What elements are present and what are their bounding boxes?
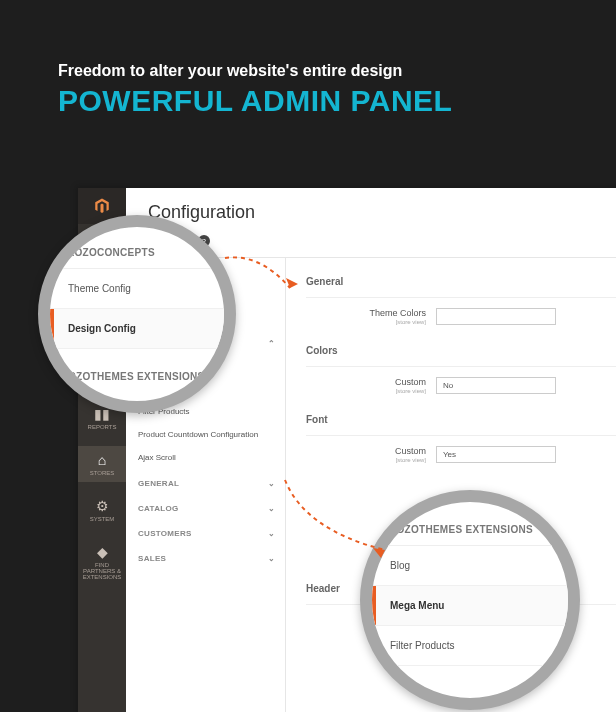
- group-sales[interactable]: SALES⌄: [126, 544, 285, 569]
- mag1-design-config[interactable]: Design Config: [50, 309, 224, 349]
- mag1-head: ZOZOCONCEPTS: [50, 233, 224, 269]
- nav-countdown[interactable]: Product Countdown Configuration: [126, 423, 285, 446]
- label-custom-colors: Custom[store view]: [306, 377, 436, 394]
- label-custom-font: Custom[store view]: [306, 446, 436, 463]
- select-theme-colors[interactable]: [436, 308, 556, 325]
- nav-ajax-scroll[interactable]: Ajax Scroll: [126, 446, 285, 469]
- nav-stores[interactable]: ⌂STORES: [78, 446, 126, 482]
- section-font[interactable]: Font: [306, 404, 616, 436]
- nav-system[interactable]: ⚙SYSTEM: [78, 492, 126, 528]
- hero-title: POWERFUL ADMIN PANEL: [58, 84, 616, 118]
- hero-subtitle: Freedom to alter your website's entire d…: [58, 62, 616, 80]
- mag2-blog[interactable]: Blog: [372, 546, 568, 586]
- magnifier-zozoconcepts: ZOZOCONCEPTS Theme Config Design Config …: [38, 215, 236, 413]
- mag1-foot: OZOTHEMES EXTENSIONS: [50, 349, 224, 388]
- select-custom-colors[interactable]: No: [436, 377, 556, 394]
- page-title: Configuration: [148, 202, 616, 223]
- section-colors[interactable]: Colors: [306, 335, 616, 367]
- section-general[interactable]: General: [306, 266, 616, 298]
- select-custom-font[interactable]: Yes: [436, 446, 556, 463]
- mag2-megamenu[interactable]: Mega Menu: [372, 586, 568, 626]
- label-theme-colors: Theme Colors[store view]: [306, 308, 436, 325]
- group-customers[interactable]: CUSTOMERS⌄: [126, 519, 285, 544]
- mag1-theme-config[interactable]: Theme Config: [50, 269, 224, 309]
- mag2-filter[interactable]: Filter Products: [372, 626, 568, 666]
- nav-partners[interactable]: ◆FIND PARTNERS & EXTENSIONS: [78, 538, 126, 586]
- group-general[interactable]: GENERAL⌄: [126, 469, 285, 494]
- group-catalog[interactable]: CATALOG⌄: [126, 494, 285, 519]
- magnifier-extensions: ZOZOTHEMES EXTENSIONS Blog Mega Menu Fil…: [360, 490, 580, 710]
